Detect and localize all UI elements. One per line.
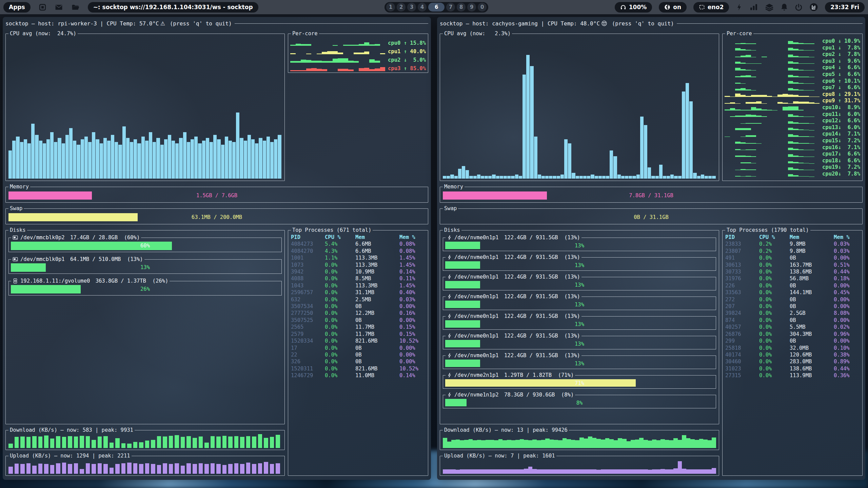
bar xyxy=(141,137,145,179)
disk-percent-label: 8% xyxy=(445,399,714,407)
network-indicator[interactable]: eno2 xyxy=(693,2,729,13)
core-label: cpu2 ↓ 5.0% xyxy=(388,58,426,63)
spark-bar xyxy=(751,90,756,90)
arrow-down-icon: ↓ xyxy=(838,171,841,177)
core-usage-sparkline xyxy=(725,125,820,130)
process-mem: 11.0MB xyxy=(355,372,399,379)
spark-bar xyxy=(804,50,809,51)
bar xyxy=(92,440,96,448)
process-mem: 5.5MB xyxy=(790,324,834,330)
bar xyxy=(211,436,215,448)
bar xyxy=(627,441,631,448)
workspace-button-6[interactable]: 6 xyxy=(428,3,445,12)
per-core-title: Per-core xyxy=(291,30,319,37)
process-mem: 821.6MB xyxy=(355,365,399,372)
disk-item: /dev/nvme0n1p1 122.4GB / 931.5GB (13%)13… xyxy=(443,333,716,349)
spark-bar xyxy=(788,148,793,150)
bar xyxy=(598,176,602,179)
spark-bar xyxy=(343,69,349,71)
app-indicator-icon[interactable] xyxy=(809,3,818,12)
bar xyxy=(103,138,107,179)
spark-bar xyxy=(804,83,809,84)
bar xyxy=(622,469,627,474)
window-icon[interactable] xyxy=(39,3,46,11)
bar xyxy=(228,436,233,448)
bar xyxy=(644,440,648,448)
bar xyxy=(39,141,42,179)
bar xyxy=(62,143,65,179)
workspace-button-1[interactable]: 1 xyxy=(386,3,395,12)
spark-bar xyxy=(359,53,364,54)
core-name: cpu3 xyxy=(388,65,404,72)
bell-icon[interactable] xyxy=(781,3,788,11)
spark-bar xyxy=(333,45,338,46)
spark-bar xyxy=(343,58,349,63)
power-profile-icon[interactable] xyxy=(736,3,743,11)
spark-bar xyxy=(375,61,380,63)
workspace-button-0[interactable]: 0 xyxy=(478,3,487,12)
power-icon[interactable] xyxy=(795,3,803,11)
apps-button[interactable]: Apps xyxy=(3,2,31,13)
bar xyxy=(605,469,610,474)
process-pid: 22 xyxy=(291,351,325,358)
bar xyxy=(541,469,546,474)
core-row: cpu12↓ 6.6% xyxy=(725,117,860,124)
bluetooth-indicator[interactable]: on xyxy=(659,2,687,13)
spark-bar xyxy=(741,110,746,110)
active-window-title[interactable]: ~: socktop ws://192.168.1.104:3031/ws - … xyxy=(88,2,258,13)
core-label: cpu3 ↓ 9.6% xyxy=(822,59,860,64)
bar xyxy=(163,436,167,448)
core-label: cpu19↓ 7.2% xyxy=(822,165,860,170)
process-mem-percent: 0.00% xyxy=(399,317,425,324)
spark-bar xyxy=(338,69,343,71)
terminal-window-rpi-worker-3[interactable]: socktop — host: rpi-worker-3 | CPU Temp:… xyxy=(3,17,431,480)
disk-percent-label: 26% xyxy=(11,285,279,293)
header-rule xyxy=(235,23,428,24)
spark-bar xyxy=(741,95,746,97)
bar xyxy=(486,440,490,448)
bar xyxy=(635,440,639,448)
spark-bar xyxy=(798,123,804,124)
workspace-button-2[interactable]: 2 xyxy=(397,3,406,12)
upload-panel: Upload (KB/s) — now: 1294 | peak: 2211 xyxy=(5,453,285,476)
workspace-button-8[interactable]: 8 xyxy=(457,3,466,12)
core-label: cpu2 ↓ 7.8% xyxy=(822,52,860,57)
clock[interactable]: 23:32 Fri xyxy=(825,2,865,13)
workspace-button-7[interactable]: 7 xyxy=(446,3,455,12)
bar xyxy=(579,438,584,448)
bar xyxy=(149,132,152,179)
bar xyxy=(451,469,456,474)
disk-usage-bar: 71% xyxy=(445,379,714,387)
bar xyxy=(252,436,256,448)
arrow-up-icon: ↑ xyxy=(404,65,407,72)
spark-bar xyxy=(809,163,814,164)
bar xyxy=(240,464,244,474)
disk-usage-text: 122.4GB / 931.5GB (13%) xyxy=(501,352,580,359)
process-pid: 2596757 xyxy=(291,289,325,296)
bar xyxy=(708,469,712,474)
bar xyxy=(65,135,69,179)
spark-bar xyxy=(788,41,793,44)
bar xyxy=(632,176,636,179)
volume-indicator[interactable]: 100% xyxy=(615,2,652,13)
workspace-button-3[interactable]: 3 xyxy=(407,3,416,12)
terminal-window-cachyos-gaming[interactable]: socktop — host: cachyos-gaming | CPU Tem… xyxy=(437,17,865,480)
workspace-button-9[interactable]: 9 xyxy=(467,3,476,12)
spark-bar xyxy=(788,95,793,97)
bar xyxy=(100,143,103,179)
core-row: cpu19↓ 7.2% xyxy=(725,163,860,170)
core-row: cpu20↓ 7.8% xyxy=(725,170,860,177)
folder-icon[interactable] xyxy=(71,3,80,12)
process-column-header: CPU % xyxy=(759,234,790,241)
bar xyxy=(236,113,239,179)
signal-bars-icon[interactable] xyxy=(749,3,758,11)
core-label: cpu1 ↓ 7.8% xyxy=(822,45,860,51)
disk-usage-text: 122.4GB / 931.5GB (13%) xyxy=(501,293,580,300)
spark-bar xyxy=(788,134,793,137)
spark-bar xyxy=(809,123,814,124)
mail-icon[interactable] xyxy=(55,3,63,12)
memory-title: Memory xyxy=(443,184,465,190)
workspace-button-4[interactable]: 4 xyxy=(418,3,427,12)
layers-icon[interactable] xyxy=(765,3,774,11)
bar xyxy=(665,440,669,448)
